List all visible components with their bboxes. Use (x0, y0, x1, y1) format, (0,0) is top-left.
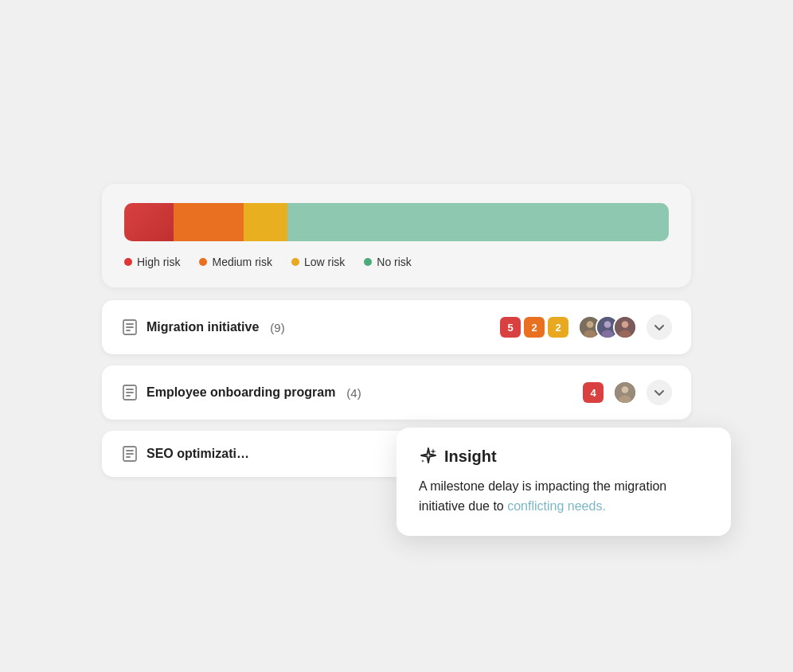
migration-title: Migration initiative (146, 320, 259, 334)
low-risk-label: Low risk (304, 256, 345, 268)
project-left-onboarding: Employee onboarding program (4) (121, 384, 361, 401)
onboarding-title: Employee onboarding program (146, 385, 335, 400)
no-risk-dot (364, 258, 372, 266)
onboarding-badge-high: 4 (583, 382, 604, 403)
seo-title: SEO optimizati… (146, 447, 249, 461)
project-row-onboarding: Employee onboarding program (4) 4 (102, 365, 691, 420)
insight-title: Insight (444, 447, 497, 466)
project-left-migration: Migration initiative (9) (121, 318, 285, 336)
chevron-down-icon-onboarding (654, 387, 665, 398)
risk-card: High risk Medium risk Low risk No risk (102, 184, 691, 287)
low-risk-segment (244, 203, 287, 241)
document-icon-seo (121, 445, 139, 463)
project-row-migration: Migration initiative (9) 5 2 2 (102, 300, 691, 354)
migration-badges: 5 2 2 (500, 317, 568, 338)
insight-body: A milestone delay is impacting the migra… (419, 477, 709, 517)
risk-legend: High risk Medium risk Low risk No risk (124, 256, 669, 268)
project-right-migration: 5 2 2 (500, 315, 672, 340)
risk-bar-track (124, 203, 669, 241)
low-risk-dot (291, 258, 299, 266)
legend-medium-risk: Medium risk (199, 256, 271, 268)
migration-badge-medium: 2 (524, 317, 545, 338)
svg-point-18 (622, 386, 629, 393)
svg-point-5 (587, 321, 594, 328)
main-container: High risk Medium risk Low risk No risk (86, 168, 707, 504)
migration-badge-low: 2 (548, 317, 568, 338)
svg-point-11 (622, 321, 629, 328)
migration-expand-button[interactable] (647, 315, 672, 340)
project-right-onboarding: 4 (583, 380, 672, 405)
migration-count: (9) (270, 321, 284, 334)
chevron-down-icon (654, 322, 665, 333)
medium-risk-label: Medium risk (212, 256, 271, 268)
no-risk-segment (287, 203, 669, 241)
onboarding-avatars (613, 381, 637, 404)
insight-card: Insight A milestone delay is impacting t… (396, 428, 731, 536)
high-risk-segment (124, 203, 174, 241)
onboarding-expand-button[interactable] (647, 380, 672, 405)
high-risk-dot (124, 258, 132, 266)
high-risk-label: High risk (137, 256, 180, 268)
onboarding-badges: 4 (583, 382, 604, 403)
legend-high-risk: High risk (124, 256, 180, 268)
svg-point-8 (604, 321, 611, 328)
insight-highlight-text: conflicting needs. (507, 499, 606, 513)
migration-avatars (578, 315, 637, 339)
legend-low-risk: Low risk (291, 256, 345, 268)
onboarding-count: (4) (346, 386, 361, 400)
avatar-3 (613, 315, 637, 339)
legend-no-risk: No risk (364, 256, 412, 268)
medium-risk-dot (199, 258, 207, 266)
migration-badge-high: 5 (500, 317, 521, 338)
medium-risk-segment (174, 203, 244, 241)
project-left-seo: SEO optimizati… (121, 445, 249, 463)
document-icon-onboarding (121, 384, 139, 401)
no-risk-label: No risk (377, 256, 412, 268)
insight-header: Insight (419, 447, 709, 466)
document-icon-migration (121, 318, 139, 336)
avatar-single-onboarding (613, 381, 637, 404)
sparkle-icon (419, 447, 438, 466)
